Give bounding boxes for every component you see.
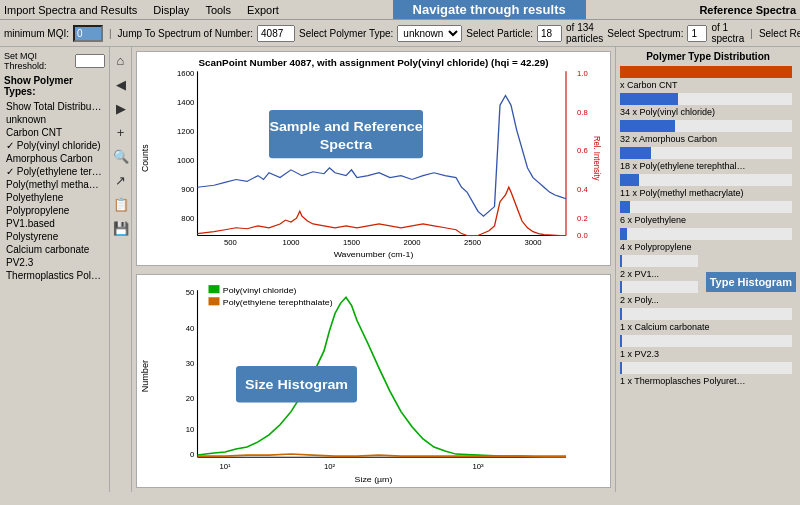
hist-label-5: 6 x Polyethylene <box>620 215 750 225</box>
svg-text:30: 30 <box>186 359 195 368</box>
hist-bar-4 <box>620 174 639 186</box>
sidebar-pp[interactable]: Polypropylene <box>4 204 105 217</box>
menu-item-export[interactable]: Export <box>247 4 279 16</box>
polymer-type-label: Select Polymer Type: <box>299 28 393 39</box>
sidebar-unknown[interactable]: unknown <box>4 113 105 126</box>
of-spectra-text: of 1 spectra <box>711 22 744 44</box>
left-sidebar: Set MQI Threshold: Show Polymer Types: S… <box>0 47 110 492</box>
menu-item-import[interactable]: Import Spectra and Results <box>4 4 137 16</box>
hist-bar-7 <box>620 255 622 267</box>
svg-text:1000: 1000 <box>177 157 194 165</box>
svg-text:1500: 1500 <box>343 239 360 247</box>
menu-item-display[interactable]: Display <box>153 4 189 16</box>
svg-text:0.2: 0.2 <box>577 215 588 223</box>
sidebar-caco3[interactable]: Calcium carbonate <box>4 243 105 256</box>
right-sidebar-title: Polymer Type Distribution <box>620 51 796 62</box>
threshold-input[interactable] <box>75 54 105 68</box>
jump-label: Jump To Spectrum of Number: <box>118 28 253 39</box>
hist-bar-1 <box>620 93 678 105</box>
menu-item-tools[interactable]: Tools <box>205 4 231 16</box>
hist-bar-container-0 <box>620 66 792 78</box>
sidebar-pe[interactable]: Polyethylene <box>4 191 105 204</box>
chart-bottom: Poly(vinyl chloride) Poly(ethylene terep… <box>136 274 611 489</box>
svg-text:1200: 1200 <box>177 128 194 136</box>
svg-text:Counts: Counts <box>139 144 150 172</box>
reference-label: Select Reference: <box>759 28 800 39</box>
hist-row-0 <box>620 66 796 78</box>
nav-icon-back[interactable]: ◀ <box>112 75 130 93</box>
of-particles-text: of 134 particles <box>566 22 603 44</box>
svg-text:Spectra: Spectra <box>320 137 373 151</box>
center-panel: ScanPoint Number 4087, with assignment P… <box>132 47 615 492</box>
nav-icon-zoom[interactable]: 🔍 <box>112 147 130 165</box>
sidebar-distribution[interactable]: Show Total Distribution <box>4 100 105 113</box>
hist-bar-container-7 <box>620 255 698 267</box>
svg-text:1600: 1600 <box>177 70 194 78</box>
sidebar-pmma[interactable]: Poly(methyl methacrylate) <box>4 178 105 191</box>
svg-text:0.0: 0.0 <box>577 232 588 240</box>
hist-bar-3 <box>620 147 651 159</box>
svg-text:0: 0 <box>190 450 194 459</box>
svg-text:Number: Number <box>139 360 150 392</box>
svg-text:Poly(ethylene terephthalate): Poly(ethylene terephthalate) <box>223 297 333 307</box>
threshold-row: Set MQI Threshold: <box>4 51 105 71</box>
reference-spectra-label: Reference Spectra <box>699 4 796 16</box>
spectrum-label: Select Spectrum: <box>607 28 683 39</box>
svg-text:3000: 3000 <box>524 239 541 247</box>
svg-text:2500: 2500 <box>464 239 481 247</box>
svg-text:20: 20 <box>186 394 195 403</box>
polymer-type-select[interactable]: unknown <box>397 25 462 42</box>
svg-text:0.6: 0.6 <box>577 147 588 155</box>
jump-input[interactable] <box>257 25 295 42</box>
spectrum-input[interactable] <box>687 25 707 42</box>
hist-bar-2 <box>620 120 675 132</box>
hist-label-0: x Carbon CNT <box>620 80 750 90</box>
svg-text:Wavenumber (cm-1): Wavenumber (cm-1) <box>334 250 414 258</box>
svg-text:10²: 10² <box>324 462 336 471</box>
nav-icon-export[interactable]: ↗ <box>112 171 130 189</box>
svg-text:Sample and Reference: Sample and Reference <box>269 120 423 134</box>
hist-bar-10 <box>620 335 622 347</box>
svg-text:Size Histogram: Size Histogram <box>245 377 348 391</box>
menubar: Import Spectra and Results Display Tools… <box>0 0 800 20</box>
nav-icon-add[interactable]: + <box>112 123 130 141</box>
svg-rect-29 <box>209 297 220 305</box>
svg-text:Size (µm): Size (µm) <box>355 474 393 484</box>
hist-row-6 <box>620 228 796 240</box>
nav-icon-home[interactable]: ⌂ <box>112 51 130 69</box>
sidebar-pvc[interactable]: Poly(vinyl chloride) <box>4 139 105 152</box>
nav-icons-panel: ⌂ ◀ ▶ + 🔍 ↗ 📋 💾 <box>110 47 132 492</box>
hist-row-5 <box>620 201 796 213</box>
nav-icon-save[interactable]: 💾 <box>112 219 130 237</box>
hist-label-11: 1 x Thermoplasches Polyurethan <box>620 376 750 386</box>
sidebar-pet[interactable]: Poly(ethylene terephthalate) <box>4 165 105 178</box>
hist-label-10: 1 x PV2.3 <box>620 349 750 359</box>
hist-bar-container-4 <box>620 174 792 186</box>
sidebar-amorphous[interactable]: Amorphous Carbon <box>4 152 105 165</box>
hist-row-1 <box>620 93 796 105</box>
right-sidebar: Polymer Type Distribution x Carbon CNT 3… <box>615 47 800 492</box>
hist-label-2: 32 x Amorphous Carbon <box>620 134 750 144</box>
hist-row-7 <box>620 255 702 267</box>
svg-text:800: 800 <box>181 215 194 223</box>
hist-bar-container-3 <box>620 147 792 159</box>
svg-text:900: 900 <box>181 186 194 194</box>
hist-label-4: 11 x Poly(methyl methacrylate) <box>620 188 750 198</box>
particle-input[interactable] <box>537 25 562 42</box>
sidebar-pv23[interactable]: PV2.3 <box>4 256 105 269</box>
sidebar-carbon-cnt[interactable]: Carbon CNT <box>4 126 105 139</box>
sidebar-tpu[interactable]: Thermoplastics Polyurethan <box>4 269 105 282</box>
sidebar-ps[interactable]: Polystyrene <box>4 230 105 243</box>
nav-icon-forward[interactable]: ▶ <box>112 99 130 117</box>
hist-row-11 <box>620 362 796 374</box>
nav-icon-clipboard[interactable]: 📋 <box>112 195 130 213</box>
threshold-label: Set MQI Threshold: <box>4 51 72 71</box>
hist-label-1: 34 x Poly(vinyl chloride) <box>620 107 750 117</box>
controls-bar: minimum MQI: | Jump To Spectrum of Numbe… <box>0 20 800 47</box>
svg-text:10¹: 10¹ <box>219 462 231 471</box>
hist-label-3: 18 x Poly(ethylene terephthalate) <box>620 161 750 171</box>
sidebar-pv1[interactable]: PV1.based <box>4 217 105 230</box>
svg-text:Rel. Intensity: Rel. Intensity <box>591 136 601 181</box>
hist-bar-0 <box>620 66 792 78</box>
mhqi-input[interactable] <box>73 25 103 42</box>
